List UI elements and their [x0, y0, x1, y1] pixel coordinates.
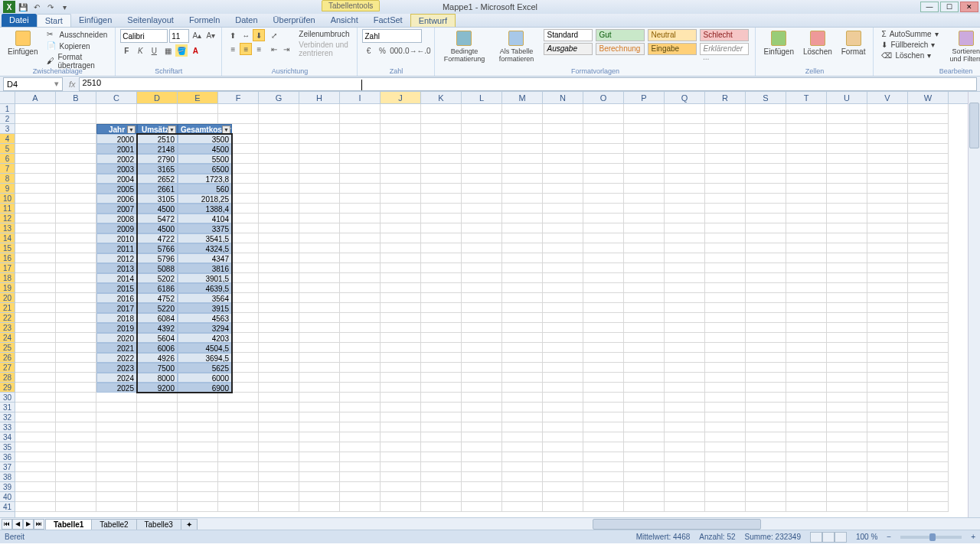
- cell[interactable]: [462, 124, 502, 134]
- cell[interactable]: [583, 412, 624, 422]
- underline-button[interactable]: U: [148, 44, 160, 57]
- cell[interactable]: [137, 403, 178, 412]
- cell[interactable]: [665, 243, 705, 253]
- cell[interactable]: [867, 472, 908, 482]
- table-cell[interactable]: 9200: [137, 383, 178, 393]
- cell[interactable]: [178, 502, 218, 512]
- zoom-percent[interactable]: 100 %: [856, 533, 877, 541]
- cell[interactable]: [543, 363, 583, 373]
- name-box[interactable]: D4▾: [3, 77, 63, 91]
- cell[interactable]: [827, 233, 867, 243]
- table-cell[interactable]: 2017: [96, 303, 137, 313]
- cell[interactable]: [56, 452, 96, 462]
- row-header-28[interactable]: 28: [0, 373, 15, 383]
- cell[interactable]: [15, 482, 56, 492]
- cell[interactable]: [299, 114, 340, 124]
- cell[interactable]: [178, 104, 218, 114]
- cell[interactable]: [908, 422, 949, 432]
- cell[interactable]: [746, 313, 786, 323]
- cell[interactable]: [827, 263, 867, 273]
- cell[interactable]: [299, 412, 340, 422]
- cell[interactable]: [746, 243, 786, 253]
- cell[interactable]: [583, 323, 624, 333]
- cell[interactable]: [96, 472, 137, 482]
- cell[interactable]: [746, 353, 786, 363]
- cell[interactable]: [299, 472, 340, 482]
- cell[interactable]: [665, 174, 705, 184]
- cell[interactable]: [543, 253, 583, 263]
- cell[interactable]: [867, 502, 908, 512]
- decrease-decimal-button[interactable]: ←.0: [417, 44, 430, 57]
- cell[interactable]: [705, 144, 746, 154]
- cell[interactable]: [381, 104, 421, 114]
- cell[interactable]: [299, 283, 340, 293]
- cell[interactable]: [665, 194, 705, 204]
- cell[interactable]: [502, 383, 543, 393]
- cell[interactable]: [867, 323, 908, 333]
- cell[interactable]: [178, 393, 218, 403]
- cell[interactable]: [381, 363, 421, 373]
- cell[interactable]: [340, 313, 381, 323]
- table-cell[interactable]: 5796: [137, 253, 178, 263]
- cell[interactable]: [867, 293, 908, 303]
- sheet-tab-2[interactable]: Tabelle2: [91, 519, 136, 530]
- grow-font-button[interactable]: A▴: [191, 29, 203, 41]
- style-eingabe[interactable]: Eingabe: [648, 43, 697, 55]
- cell[interactable]: [583, 233, 624, 243]
- hscroll-thumb[interactable]: [593, 519, 761, 530]
- cell[interactable]: [867, 403, 908, 412]
- table-cell[interactable]: 2015: [96, 283, 137, 293]
- cell[interactable]: [543, 422, 583, 432]
- vertical-scrollbar[interactable]: [968, 92, 980, 517]
- cell[interactable]: [705, 442, 746, 452]
- cell[interactable]: [827, 134, 867, 144]
- cell[interactable]: [218, 452, 259, 462]
- cell[interactable]: [421, 462, 462, 472]
- cell[interactable]: [746, 253, 786, 263]
- cell[interactable]: [299, 452, 340, 462]
- cell[interactable]: [665, 343, 705, 353]
- cell[interactable]: [56, 104, 96, 114]
- cell[interactable]: [665, 492, 705, 502]
- insert-cells-button[interactable]: Einfügen: [760, 29, 796, 57]
- cell[interactable]: [421, 422, 462, 432]
- decrease-indent-button[interactable]: ⇤: [268, 43, 280, 55]
- align-left-button[interactable]: ≡: [227, 43, 239, 55]
- cell[interactable]: [827, 442, 867, 452]
- cell[interactable]: [705, 214, 746, 223]
- cell[interactable]: [665, 214, 705, 223]
- cell[interactable]: [421, 283, 462, 293]
- cell[interactable]: [746, 223, 786, 233]
- cell[interactable]: [15, 124, 56, 134]
- cell[interactable]: [908, 462, 949, 472]
- cell[interactable]: [299, 164, 340, 174]
- cell[interactable]: [543, 174, 583, 184]
- cell[interactable]: [56, 333, 96, 343]
- table-cell[interactable]: 2012: [96, 253, 137, 263]
- cell[interactable]: [502, 194, 543, 204]
- cell[interactable]: [299, 343, 340, 353]
- cell[interactable]: [15, 472, 56, 482]
- cell[interactable]: [340, 164, 381, 174]
- cell[interactable]: [462, 273, 502, 283]
- cell[interactable]: [786, 333, 827, 343]
- cell[interactable]: [340, 194, 381, 204]
- cell[interactable]: [583, 114, 624, 124]
- cell[interactable]: [462, 303, 502, 313]
- cell[interactable]: [624, 204, 665, 214]
- cell[interactable]: [462, 343, 502, 353]
- cell[interactable]: [624, 283, 665, 293]
- cell[interactable]: [299, 353, 340, 363]
- cell[interactable]: [665, 184, 705, 194]
- cell[interactable]: [340, 363, 381, 373]
- cell[interactable]: [56, 194, 96, 204]
- cell[interactable]: [705, 462, 746, 472]
- cell[interactable]: [259, 253, 299, 263]
- cell[interactable]: [705, 412, 746, 422]
- table-cell[interactable]: 2004: [96, 174, 137, 184]
- cell[interactable]: [178, 432, 218, 442]
- cell[interactable]: [502, 363, 543, 373]
- cell[interactable]: [56, 154, 96, 164]
- cell[interactable]: [827, 293, 867, 303]
- cell[interactable]: [583, 263, 624, 273]
